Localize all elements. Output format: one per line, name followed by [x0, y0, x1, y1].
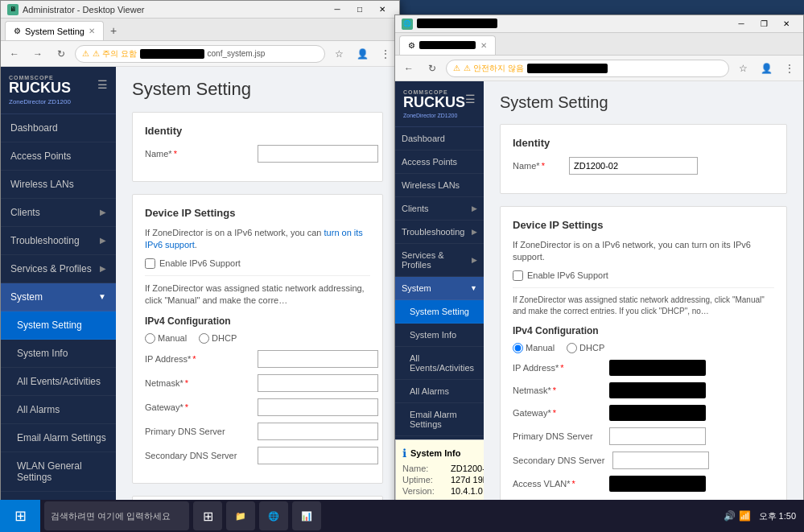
sidebar-collapse-2[interactable]: ☰: [465, 93, 476, 105]
sidebar-item-system-1[interactable]: System ▼: [1, 283, 116, 311]
name-row-2: Name*: [513, 157, 774, 175]
sidebar-item-clients-1[interactable]: Clients ▶: [1, 199, 116, 227]
name-input-2[interactable]: [569, 157, 698, 175]
sidebar-item-system-2[interactable]: System ▼: [395, 277, 484, 300]
gateway-input-1[interactable]: [258, 398, 378, 416]
sidebar-item-services-2[interactable]: Services & Profiles ▶: [395, 244, 484, 277]
radio-manual-label-2[interactable]: Manual: [513, 343, 555, 353]
restore-button-2[interactable]: ❐: [753, 17, 774, 31]
sidebar-label-services-2: Services & Profiles: [402, 250, 472, 270]
titlebar-redacted-2: [417, 19, 497, 28]
sidebar-item-clients-2[interactable]: Clients ▶: [395, 197, 484, 221]
close-button-2[interactable]: ✕: [776, 17, 797, 31]
radio-dhcp-1[interactable]: [199, 333, 209, 344]
sidebar-item-dashboard-2[interactable]: Dashboard: [395, 127, 484, 151]
ipv6-checkbox-row-1: Enable IPv6 Support: [145, 258, 370, 269]
ip-mode-group-1: Manual DHCP: [145, 333, 370, 344]
browser-tab-1[interactable]: ⚙ System Setting ✕: [5, 21, 104, 40]
sidebar-label-sys-setting-2: System Setting: [410, 307, 469, 316]
dns2-label-2: Secondary DNS Server: [513, 456, 604, 465]
profile-button-2[interactable]: 👤: [757, 59, 776, 78]
sidebar-item-system-info-1[interactable]: System Info: [1, 340, 116, 368]
sidebar-item-sys-setting-2[interactable]: System Setting: [395, 300, 484, 324]
netmask-input-1[interactable]: [258, 374, 378, 392]
sidebar-item-troubleshooting-2[interactable]: Troubleshooting ▶: [395, 221, 484, 244]
sidebar-item-services-1[interactable]: Services & Profiles ▶: [1, 255, 116, 283]
menu-button-1[interactable]: ⋮: [376, 44, 395, 64]
sidebar-label-system-info-1: System Info: [17, 348, 68, 359]
sidebar-item-email-alarm-1[interactable]: Email Alarm Settings: [1, 424, 116, 452]
reload-button-1[interactable]: ↻: [52, 44, 71, 64]
reload-button-2[interactable]: ↻: [423, 59, 442, 78]
bookmark-button-1[interactable]: ☆: [329, 44, 348, 64]
back-button-2[interactable]: ←: [399, 59, 418, 78]
sidebar-item-troubleshooting-1[interactable]: Troubleshooting ▶: [1, 227, 116, 255]
close-button-1[interactable]: ✕: [372, 2, 393, 17]
start-button[interactable]: ⊞: [0, 500, 40, 532]
radio-manual-2[interactable]: [513, 343, 523, 353]
dns2-row-1: Secondary DNS Server: [145, 447, 370, 464]
minimize-button-2[interactable]: ─: [731, 17, 752, 31]
minimize-button-1[interactable]: ─: [327, 2, 348, 17]
system-arrow-2: ▼: [470, 284, 477, 292]
sidebar-item-events-2[interactable]: All Events/Activities: [395, 347, 484, 380]
sidebar-item-alarms-2[interactable]: All Alarms: [395, 380, 484, 403]
radio-dhcp-2[interactable]: [567, 343, 577, 353]
back-button-1[interactable]: ←: [5, 44, 24, 64]
sidebar-item-access-points-1[interactable]: Access Points: [1, 142, 116, 171]
forward-button-1[interactable]: →: [28, 44, 47, 64]
browser-tab-2[interactable]: ⚙ ✕: [399, 35, 496, 55]
taskbar-explorer[interactable]: 📁: [226, 501, 255, 530]
security-warning-icon-1: ⚠: [82, 49, 89, 58]
ipv6-checkbox-1[interactable]: [145, 258, 155, 269]
sidebar-item-wireless-lans-1[interactable]: Wireless LANs: [1, 171, 116, 199]
sidebar-item-ap-2[interactable]: Access Points: [395, 151, 484, 174]
search-bar[interactable]: 검색하려면 여기에 입력하세요: [44, 501, 189, 530]
dns1-input-2[interactable]: [609, 427, 706, 445]
menu-button-2[interactable]: ⋮: [780, 59, 799, 78]
sidebar-2: COMMSCOPE RUCKUS ZoneDirector ZD1200 ☰ D…: [395, 81, 484, 529]
taskbar-excel[interactable]: 📊: [292, 501, 321, 530]
maximize-button-1[interactable]: □: [349, 2, 370, 17]
address-bar-1[interactable]: ⚠ ⚠ 주의 요함 conf_system.jsp: [75, 45, 325, 63]
sidebar-item-wlan-2[interactable]: Wireless LANs: [395, 174, 484, 197]
security-warning-icon-2: ⚠: [453, 64, 460, 72]
dns2-input-2[interactable]: [612, 452, 709, 469]
tab-close-2[interactable]: ✕: [480, 41, 487, 50]
identity-section-1: Identity Name*: [132, 112, 383, 182]
tab-close-1[interactable]: ✕: [89, 27, 95, 35]
profile-button-1[interactable]: 👤: [353, 44, 372, 64]
sidebar-item-dashboard-1[interactable]: Dashboard: [1, 114, 116, 142]
taskbar-chrome[interactable]: 🌐: [259, 501, 288, 530]
app-icon-2: 🌐: [402, 19, 413, 30]
radio-manual-label-1[interactable]: Manual: [145, 333, 187, 344]
sidebar-item-sys-info-2[interactable]: System Info: [395, 324, 484, 347]
ip-mode-group-2: Manual DHCP: [513, 343, 774, 353]
ip-input-1[interactable]: [258, 350, 378, 368]
browser-content-2: COMMSCOPE RUCKUS ZoneDirector ZD1200 ☰ D…: [395, 81, 803, 529]
ipv6-checkbox-2[interactable]: [513, 270, 523, 281]
new-tab-button-1[interactable]: +: [104, 21, 123, 40]
radio-dhcp-label-2[interactable]: DHCP: [567, 343, 604, 353]
sidebar-item-wlan-general-1[interactable]: WLAN General Settings: [1, 452, 116, 492]
sidebar-item-alarms-1[interactable]: All Alarms: [1, 396, 116, 424]
radio-manual-1[interactable]: [145, 333, 155, 344]
tab-label-2: [419, 41, 476, 51]
sidebar-item-events-1[interactable]: All Events/Activities: [1, 368, 116, 396]
sidebar-item-email-2[interactable]: Email Alarm Settings: [395, 403, 484, 436]
tab-redacted-2: [419, 41, 476, 49]
ruckus-logo-1: COMMSCOPE RUCKUS ZoneDirector ZD1200 ☰: [1, 67, 116, 114]
sidebar-item-system-setting-1[interactable]: System Setting: [1, 311, 116, 340]
taskbar-task-view[interactable]: ⊞: [193, 501, 222, 530]
ipv6-link-1[interactable]: turn on its IPv6 support: [145, 228, 363, 250]
address-bar-2[interactable]: ⚠ ⚠ 안전하지 않음: [446, 60, 729, 77]
radio-dhcp-label-1[interactable]: DHCP: [199, 333, 237, 344]
sidebar-collapse-1[interactable]: ☰: [97, 78, 108, 91]
dns1-input-1[interactable]: [258, 423, 378, 440]
ipv4-title-1: IPv4 Configuration: [145, 315, 370, 327]
dns2-input-1[interactable]: [258, 447, 378, 464]
name-input-1[interactable]: [258, 145, 378, 163]
ruckus-text-1: RUCKUS: [9, 80, 71, 97]
ipv6-label-2: Enable IPv6 Support: [527, 270, 608, 280]
bookmark-button-2[interactable]: ☆: [733, 59, 752, 78]
